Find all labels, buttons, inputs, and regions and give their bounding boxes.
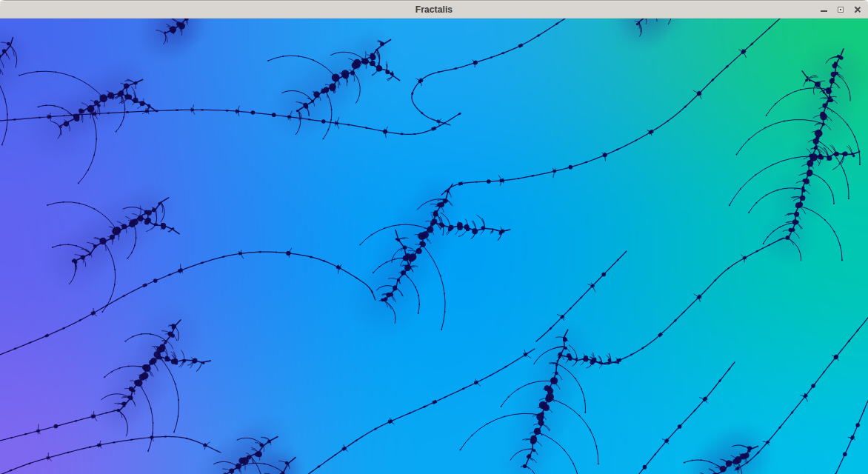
close-button[interactable] xyxy=(852,4,864,16)
window-controls xyxy=(818,1,864,18)
minimize-button[interactable] xyxy=(818,4,829,16)
fractalis-window: Fractalis xyxy=(0,0,868,474)
titlebar[interactable]: Fractalis xyxy=(0,0,868,19)
window-title: Fractalis xyxy=(415,4,453,15)
minimize-icon xyxy=(821,10,827,12)
maximize-button[interactable] xyxy=(835,4,847,16)
close-icon xyxy=(854,6,861,13)
fractal-canvas[interactable] xyxy=(0,19,868,474)
maximize-icon xyxy=(838,7,844,13)
